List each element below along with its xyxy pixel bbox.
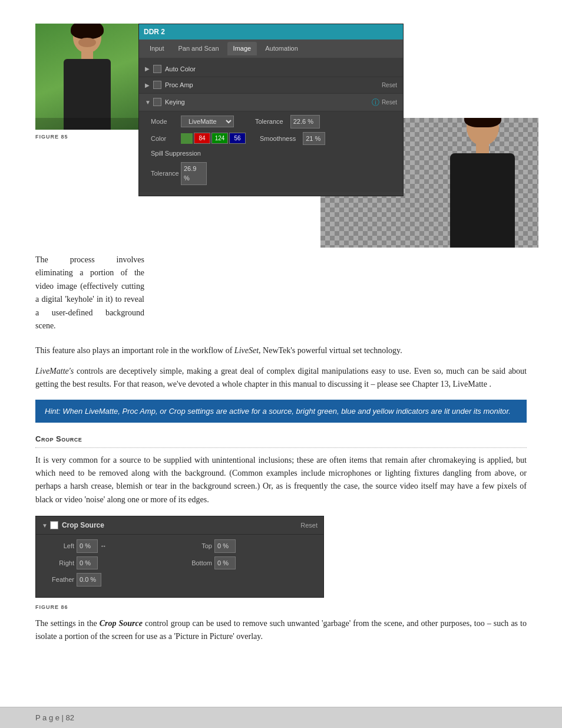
spill-tolerance-value: 26.9 % xyxy=(181,162,207,185)
color-line: Color 84 124 56 Smoothness 21 % xyxy=(151,132,391,146)
keying-checkbox[interactable] xyxy=(153,98,161,106)
crop-feather-value: 0.0 % xyxy=(77,573,101,587)
crop-checkbox[interactable] xyxy=(50,521,58,529)
para3-text: LiveMatte's controls are deceptively sim… xyxy=(35,365,527,391)
proc-amp-row: ▶ Proc Amp Reset xyxy=(139,77,403,94)
proc-amp-label: Proc Amp xyxy=(165,80,382,90)
para1-content: The process involves eliminating a porti… xyxy=(35,255,144,330)
ddr2-panel: DDR 2 Input Pan and Scan Image Automatio… xyxy=(138,24,404,196)
crop-para2-start: The settings in the xyxy=(35,619,100,628)
hint-box: Hint: When LiveMatte, Proc Amp, or Crop … xyxy=(35,400,527,423)
keying-row: ▼ Keying ⓘ Reset xyxy=(139,94,403,112)
crop-para1: It is very common for a source to be sup… xyxy=(35,454,527,507)
spill-section: Spill Suppression Tolerance 26.9 % xyxy=(151,149,391,185)
color-swatches: 84 124 56 xyxy=(181,133,246,144)
tolerance-value: 22.6 % xyxy=(290,115,320,129)
mode-line: Mode LiveMatte Tolerance 22.6 % xyxy=(151,115,391,129)
mode-dropdown[interactable]: LiveMatte xyxy=(181,116,234,127)
keying-info-icon: ⓘ xyxy=(372,97,379,108)
auto-color-checkbox[interactable] xyxy=(153,65,161,73)
keying-reset[interactable]: Reset xyxy=(382,98,397,107)
proc-amp-checkbox[interactable] xyxy=(153,81,161,89)
spill-tolerance-line: Tolerance 26.9 % xyxy=(151,162,391,185)
crop-fields: Left 0 % ↔ Top 0 % Right 0 % Bottom 0 % xyxy=(36,535,323,591)
proc-amp-reset[interactable]: Reset xyxy=(382,81,397,90)
mode-label: Mode xyxy=(151,117,177,127)
para1-block: The process involves eliminating a porti… xyxy=(35,253,527,340)
tab-automation[interactable]: Automation xyxy=(259,42,304,55)
figure85-label: FIGURE 85 xyxy=(35,133,144,141)
crop-left-row: Left 0 % ↔ xyxy=(48,539,174,553)
crop-left-label: Left xyxy=(48,541,74,551)
color-label: Color xyxy=(151,134,177,144)
crop-top-value: 0 % xyxy=(214,539,236,553)
crop-bottom-label: Bottom xyxy=(186,558,212,568)
color-g: 124 xyxy=(211,133,228,144)
crop-source-heading: Crop Source xyxy=(35,433,527,448)
crop-left-arrow-icon: ↔ xyxy=(100,541,107,551)
crop-right-label: Right xyxy=(48,558,74,568)
page-footer: P a g e | 82 xyxy=(0,707,562,729)
crop-panel-arrow: ▼ xyxy=(42,521,48,530)
para1-left: The process involves eliminating a porti… xyxy=(35,253,144,340)
text-content-area: The process involves eliminating a porti… xyxy=(35,253,527,644)
auto-color-label: Auto Color xyxy=(165,64,397,74)
page-number: P a g e | 82 xyxy=(35,713,74,722)
crop-panel-header: ▼ Crop Source Reset xyxy=(36,516,323,535)
figure85-image xyxy=(35,24,138,130)
smoothness-label: Smoothness xyxy=(260,134,296,144)
keying-label: Keying xyxy=(165,97,372,107)
liveset-italic: LiveSet xyxy=(234,346,259,355)
crop-right-value: 0 % xyxy=(77,556,98,570)
keying-arrow: ▼ xyxy=(145,98,153,107)
figure86-label: FIGURE 86 xyxy=(35,604,527,612)
crop-panel-title: Crop Source xyxy=(62,520,300,531)
crop-feather-label: Feather xyxy=(48,575,74,585)
hint-text: Hint: When LiveMatte, Proc Amp, or Crop … xyxy=(45,407,511,416)
crop-top-label: Top xyxy=(186,541,212,551)
crop-top-row: Top 0 % xyxy=(186,539,312,553)
tab-input[interactable]: Input xyxy=(144,42,170,55)
tolerance-label: Tolerance xyxy=(255,117,283,127)
crop-bottom-row: Bottom 0 % xyxy=(186,556,312,570)
crop-para2: The settings in the Crop Source control … xyxy=(35,617,527,644)
page-content: FIGURE 85 DDR 2 Input Pan and Scan Image… xyxy=(35,24,527,644)
ddr2-tabs: Input Pan and Scan Image Automation xyxy=(139,39,403,58)
auto-color-arrow: ▶ xyxy=(145,64,153,73)
auto-color-row: ▶ Auto Color xyxy=(139,61,403,78)
ddr2-body: ▶ Auto Color ▶ Proc Amp Reset ▼ Keying ⓘ xyxy=(139,58,403,196)
para1-text: The process involves eliminating a porti… xyxy=(35,253,144,332)
spill-label: Spill Suppression xyxy=(151,149,201,159)
keying-subrow-mode: Mode LiveMatte Tolerance 22.6 % Color 84… xyxy=(139,111,403,192)
tab-image[interactable]: Image xyxy=(227,42,257,55)
livematte-italic: LiveMatte's xyxy=(35,367,74,375)
crop-right-row: Right 0 % xyxy=(48,556,174,570)
crop-feather-row: Feather 0.0 % xyxy=(48,573,174,587)
para2-text: This feature also plays an important rol… xyxy=(35,344,527,357)
spill-label-line: Spill Suppression xyxy=(151,149,391,159)
crop-reset-btn[interactable]: Reset xyxy=(300,521,318,531)
crop-para2-italic: Crop Source xyxy=(100,619,143,628)
crop-bottom-value: 0 % xyxy=(214,556,236,570)
figure85-area: FIGURE 85 DDR 2 Input Pan and Scan Image… xyxy=(35,24,527,248)
color-r: 84 xyxy=(194,133,210,144)
crop-left-value: 0 % xyxy=(77,539,98,553)
color-swatch-main[interactable] xyxy=(181,133,193,144)
smoothness-value: 21 % xyxy=(303,132,325,146)
proc-amp-arrow: ▶ xyxy=(145,81,153,90)
figure85-left-col: FIGURE 85 xyxy=(35,24,144,248)
ddr2-title: DDR 2 xyxy=(139,24,403,39)
crop-panel: ▼ Crop Source Reset Left 0 % ↔ Top 0 % xyxy=(35,516,324,598)
spill-tolerance-label: Tolerance xyxy=(151,169,177,179)
color-b: 56 xyxy=(229,133,246,144)
tab-pan-scan[interactable]: Pan and Scan xyxy=(172,42,224,55)
